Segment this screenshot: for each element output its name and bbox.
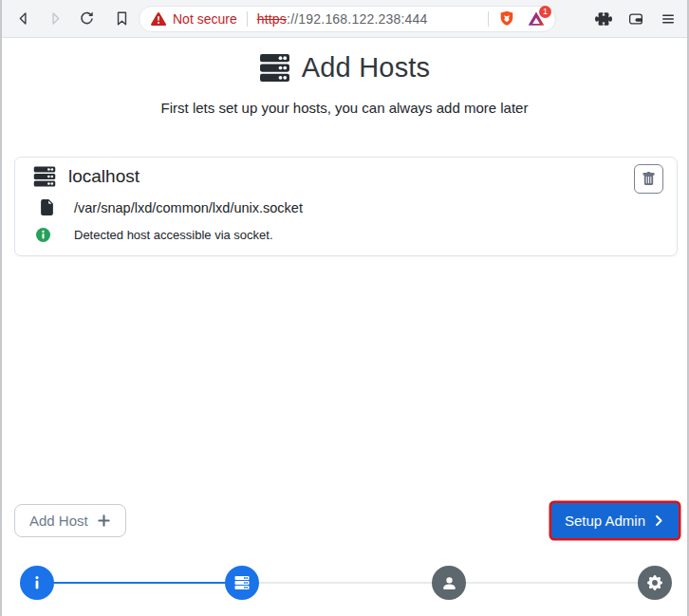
gear-icon (647, 575, 662, 590)
socket-path: /var/snap/lxd/common/lxd/unix.socket (74, 200, 303, 215)
stepper-line-complete (37, 582, 242, 584)
info-circle-icon (36, 228, 50, 242)
host-card: localhost /var/snap/lxd/common/lxd/unix.… (14, 157, 678, 256)
bookmark-icon[interactable] (108, 6, 135, 32)
url-scheme: https (257, 11, 287, 27)
add-hosts-page: Add Hosts First lets set up your hosts, … (2, 39, 687, 616)
host-name: localhost (68, 166, 140, 187)
separator (247, 11, 248, 27)
browser-toolbar: Not secure https://192.168.122.238:444 1 (2, 0, 687, 38)
forward-icon[interactable] (42, 6, 68, 32)
brave-rewards-icon[interactable]: 1 (527, 9, 546, 28)
reload-icon[interactable] (73, 6, 100, 32)
host-status-message: Detected host accessible via socket. (74, 228, 273, 242)
security-status: Not secure (173, 11, 237, 27)
plus-icon (97, 513, 111, 528)
trash-icon (642, 172, 656, 186)
setup-admin-label: Setup Admin (565, 513, 645, 529)
info-icon (29, 575, 45, 590)
address-bar[interactable]: Not secure https://192.168.122.238:444 1 (139, 6, 556, 32)
step-hosts (225, 566, 259, 600)
step-admin (432, 566, 466, 600)
server-stack-icon (234, 575, 250, 590)
file-icon (39, 199, 55, 215)
server-stack-icon (259, 52, 290, 84)
rewards-badge: 1 (539, 6, 551, 18)
page-subtitle: First lets set up your hosts, you can al… (2, 100, 687, 116)
extensions-puzzle-icon[interactable] (594, 9, 613, 28)
separator (488, 11, 489, 27)
person-icon (441, 575, 457, 591)
add-host-button[interactable]: Add Host (14, 504, 126, 537)
add-host-label: Add Host (29, 513, 88, 529)
step-info (20, 566, 54, 600)
wallet-icon[interactable] (626, 9, 645, 28)
setup-admin-button[interactable]: Setup Admin (551, 503, 679, 538)
menu-icon[interactable] (659, 9, 678, 28)
url-text: https://192.168.122.238:444 (257, 11, 428, 27)
warning-triangle-icon (151, 11, 166, 27)
server-stack-icon (33, 165, 56, 188)
brave-shield-icon[interactable] (498, 10, 515, 28)
url-rest: ://192.168.122.238:444 (287, 11, 427, 27)
delete-host-button[interactable] (634, 164, 663, 194)
setup-wizard-stepper (2, 566, 689, 600)
step-settings (638, 566, 672, 600)
page-title: Add Hosts (302, 52, 431, 84)
chevron-right-icon (653, 514, 665, 527)
back-icon[interactable] (9, 6, 36, 32)
